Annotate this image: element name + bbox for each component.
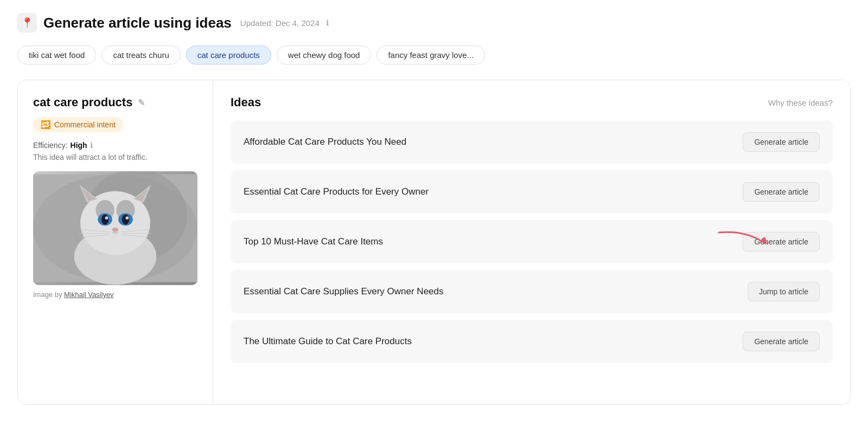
header-updated: Updated: Dec 4, 2024 <box>240 18 320 28</box>
badge-label: Commercial intent <box>54 120 116 129</box>
idea-3: Top 10 Must-Have Cat Care ItemsGenerate … <box>231 220 833 263</box>
idea-5: The Ultimate Guide to Cat Care ProductsG… <box>231 320 833 363</box>
idea-5-button[interactable]: Generate article <box>743 332 820 351</box>
image-credit: Image by Mikhail Vasilyev <box>33 291 197 299</box>
idea-4: Essential Cat Care Supplies Every Owner … <box>231 270 833 313</box>
tab-care[interactable]: cat care products <box>186 46 271 65</box>
edit-icon[interactable]: ✎ <box>138 98 145 108</box>
tab-fancy[interactable]: fancy feast gravy love... <box>376 46 485 65</box>
efficiency-row: Efficiency: High ℹ <box>33 141 197 150</box>
efficiency-info-icon[interactable]: ℹ <box>90 141 93 150</box>
tab-churu[interactable]: cat treats churu <box>101 46 180 65</box>
efficiency-label: Efficiency: <box>33 141 68 150</box>
cat-image <box>33 171 197 285</box>
page-title: Generate article using ideas <box>43 15 232 31</box>
left-panel: cat care products ✎ 🔁 Commercial intent … <box>18 80 213 404</box>
tabs-row: tiki cat wet foodcat treats churucat car… <box>17 46 851 65</box>
ideas-list: Affordable Cat Care Products You NeedGen… <box>231 120 833 363</box>
idea-3-button[interactable]: Generate article <box>743 232 820 251</box>
image-credit-link[interactable]: Mikhail Vasilyev <box>64 291 114 299</box>
efficiency-desc: This idea will attract a lot of traffic. <box>33 153 197 162</box>
badge-icon: 🔁 <box>41 120 51 130</box>
image-credit-prefix: Image by <box>33 291 62 299</box>
keyword-title: cat care products <box>33 95 132 109</box>
idea-2-button[interactable]: Generate article <box>743 182 820 202</box>
svg-point-16 <box>125 216 129 220</box>
svg-point-17 <box>112 228 118 232</box>
right-panel: Ideas Why these ideas? Affordable Cat Ca… <box>213 80 850 404</box>
idea-4-text: Essential Cat Care Supplies Every Owner … <box>244 286 444 297</box>
efficiency-value: High <box>71 141 87 150</box>
idea-3-text: Top 10 Must-Have Cat Care Items <box>244 236 383 247</box>
idea-1: Affordable Cat Care Products You NeedGen… <box>231 120 833 164</box>
idea-1-text: Affordable Cat Care Products You Need <box>244 137 406 147</box>
ideas-title: Ideas <box>231 95 261 109</box>
svg-point-15 <box>105 216 108 220</box>
tab-tiki[interactable]: tiki cat wet food <box>17 46 96 65</box>
ideas-header: Ideas Why these ideas? <box>231 95 833 109</box>
left-panel-title: cat care products ✎ <box>33 95 197 109</box>
idea-2-text: Essential Cat Care Products for Every Ow… <box>244 186 429 197</box>
main-content: cat care products ✎ 🔁 Commercial intent … <box>17 80 851 405</box>
idea-1-button[interactable]: Generate article <box>743 132 820 152</box>
idea-2: Essential Cat Care Products for Every Ow… <box>231 170 833 214</box>
header-icon: 📍 <box>17 13 37 33</box>
idea-4-button[interactable]: Jump to article <box>748 282 820 301</box>
commercial-badge: 🔁 Commercial intent <box>33 117 123 132</box>
idea-5-text: The Ultimate Guide to Cat Care Products <box>244 336 412 347</box>
svg-point-13 <box>101 214 108 224</box>
why-ideas-link[interactable]: Why these ideas? <box>768 98 833 107</box>
svg-point-14 <box>122 214 129 224</box>
header-info-icon[interactable]: ℹ <box>326 18 329 27</box>
page-header: 📍 Generate article using ideas Updated: … <box>17 13 851 33</box>
tab-dog[interactable]: wet chewy dog food <box>277 46 372 65</box>
